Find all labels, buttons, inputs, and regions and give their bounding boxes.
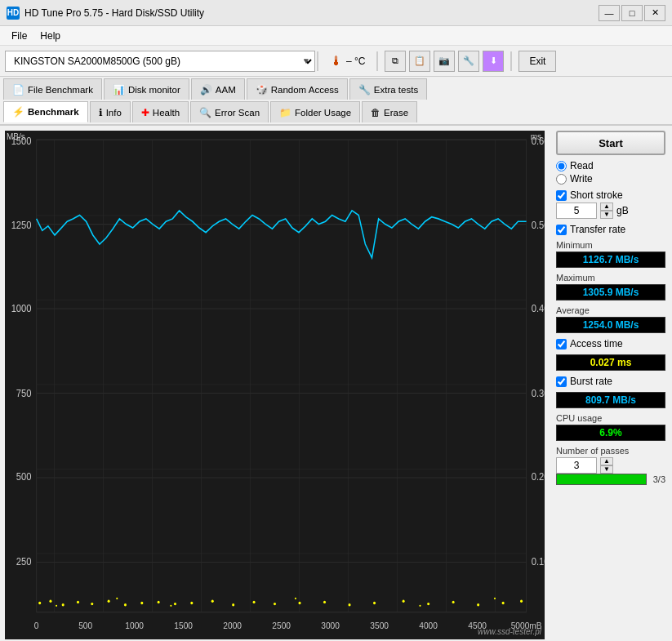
cpu-usage-label: CPU usage	[556, 413, 665, 423]
passes-down-button[interactable]: ▼	[600, 465, 613, 474]
svg-text:0.40: 0.40	[532, 303, 545, 314]
menu-bar: File Help	[0, 26, 672, 46]
y-right-axis-label: ms	[531, 132, 541, 141]
tab-file-benchmark[interactable]: 📄 File Benchmark	[3, 78, 102, 100]
access-time-label: Access time	[570, 338, 623, 349]
passes-label: Number of passes	[556, 446, 665, 456]
tab-erase[interactable]: 🗑 Erase	[362, 101, 417, 122]
minimize-button[interactable]: —	[599, 5, 620, 21]
maximum-result: Maximum 1305.9 MB/s	[556, 273, 665, 300]
average-result: Average 1254.0 MB/s	[556, 305, 665, 333]
svg-text:1500: 1500	[174, 620, 193, 630]
tab-disk-monitor-label: Disk monitor	[128, 85, 180, 95]
tab-benchmark[interactable]: ⚡ Benchmark	[3, 101, 88, 122]
tools-button[interactable]: 🔧	[458, 51, 479, 72]
close-button[interactable]: ✕	[644, 5, 665, 21]
info-icon: ℹ	[99, 107, 103, 118]
short-stroke-label: Short stroke	[570, 189, 623, 201]
exit-button[interactable]: Exit	[518, 51, 556, 72]
svg-point-61	[419, 605, 421, 607]
tab-benchmark-label: Benchmark	[28, 107, 79, 117]
thermometer-icon: 🌡	[330, 54, 343, 69]
svg-rect-0	[37, 140, 527, 612]
tab-aam-label: AAM	[216, 85, 236, 95]
disk-select[interactable]: KINGSTON SA2000M8500G (500 gB)	[5, 51, 315, 72]
passes-up-button[interactable]: ▲	[600, 457, 613, 465]
svg-text:2500: 2500	[272, 620, 291, 630]
tab-health[interactable]: ✚ Health	[132, 101, 189, 122]
tab-info[interactable]: ℹ Info	[90, 101, 131, 122]
save-button[interactable]: ⬇	[483, 51, 504, 72]
maximize-button[interactable]: □	[621, 5, 643, 21]
short-stroke-unit: gB	[616, 205, 629, 216]
short-stroke-checkbox[interactable]	[556, 190, 567, 201]
svg-text:1000: 1000	[11, 303, 32, 314]
paste-button[interactable]: 📋	[409, 51, 430, 72]
access-time-row: Access time	[556, 338, 665, 349]
svg-point-44	[232, 603, 234, 606]
svg-point-33	[49, 600, 51, 603]
svg-point-48	[323, 601, 326, 603]
screenshot-button[interactable]: 📷	[434, 51, 455, 72]
main-content: MB/s ms 1500 1250 1000 750 500 250	[0, 126, 672, 641]
write-radio[interactable]	[556, 174, 567, 185]
short-stroke-row: Short stroke	[556, 189, 665, 201]
temperature-display: 🌡 – °C	[325, 54, 370, 69]
cpu-usage-result: CPU usage 6.9%	[556, 413, 665, 441]
benchmark-icon: ⚡	[12, 106, 24, 118]
read-radio-label[interactable]: Read	[556, 160, 665, 171]
average-value: 1254.0 MB/s	[556, 317, 665, 333]
svg-point-34	[62, 603, 65, 606]
svg-point-56	[520, 600, 523, 603]
svg-text:0: 0	[34, 620, 39, 630]
tab-file-benchmark-label: File Benchmark	[28, 85, 93, 95]
passes-input[interactable]	[556, 457, 597, 474]
read-write-radio-group: Read Write	[556, 160, 665, 185]
svg-point-49	[348, 603, 350, 606]
menu-help[interactable]: Help	[33, 29, 67, 43]
benchmark-chart: 1500 1250 1000 750 500 250 0.60 0.50 0.4…	[5, 131, 545, 639]
short-stroke-down-button[interactable]: ▼	[600, 211, 613, 219]
svg-point-45	[253, 601, 256, 603]
tab-disk-monitor[interactable]: 📊 Disk monitor	[104, 78, 189, 100]
burst-rate-row: Burst rate	[556, 376, 665, 387]
svg-text:250: 250	[16, 555, 32, 567]
access-time-checkbox[interactable]	[556, 339, 567, 349]
passes-progress-bar-outer	[556, 474, 647, 485]
svg-text:2000: 2000	[223, 620, 242, 630]
write-radio-label[interactable]: Write	[556, 173, 665, 185]
copy-button[interactable]: ⧉	[385, 51, 406, 72]
svg-point-39	[140, 602, 143, 604]
aam-icon: 🔊	[200, 84, 212, 96]
tab-aam[interactable]: 🔊 AAM	[191, 78, 245, 100]
burst-rate-checkbox[interactable]	[556, 376, 567, 387]
read-radio[interactable]	[556, 161, 567, 171]
svg-point-47	[298, 602, 300, 604]
passes-progress-row: 3/3	[556, 474, 665, 485]
svg-point-51	[403, 600, 405, 603]
tab-extra-tests-label: Extra tests	[374, 85, 418, 95]
short-stroke-input[interactable]	[556, 203, 597, 219]
read-label: Read	[570, 160, 594, 171]
svg-text:4000: 4000	[419, 620, 438, 630]
svg-text:0.30: 0.30	[532, 387, 545, 398]
svg-point-53	[452, 601, 455, 603]
short-stroke-up-button[interactable]: ▲	[600, 203, 613, 211]
chart-area: MB/s ms 1500 1250 1000 750 500 250	[5, 131, 545, 639]
svg-point-40	[158, 601, 160, 603]
tab-error-scan[interactable]: 🔍 Error Scan	[190, 101, 269, 122]
tab-random-access[interactable]: 🎲 Random Access	[247, 78, 348, 100]
folder-usage-icon: 📁	[279, 107, 291, 118]
erase-icon: 🗑	[371, 107, 381, 118]
svg-point-43	[211, 600, 214, 603]
tab-extra-tests[interactable]: 🔧 Extra tests	[349, 78, 427, 100]
svg-text:3500: 3500	[370, 620, 389, 630]
burst-rate-label: Burst rate	[570, 376, 612, 387]
tab-folder-usage[interactable]: 📁 Folder Usage	[270, 101, 360, 122]
menu-file[interactable]: File	[5, 29, 33, 43]
start-button[interactable]: Start	[556, 131, 665, 155]
tab-erase-label: Erase	[384, 108, 408, 118]
transfer-rate-checkbox[interactable]	[556, 225, 567, 235]
passes-section: Number of passes ▲ ▼ 3/3	[556, 446, 665, 485]
toolbar-separator-1	[317, 51, 318, 71]
